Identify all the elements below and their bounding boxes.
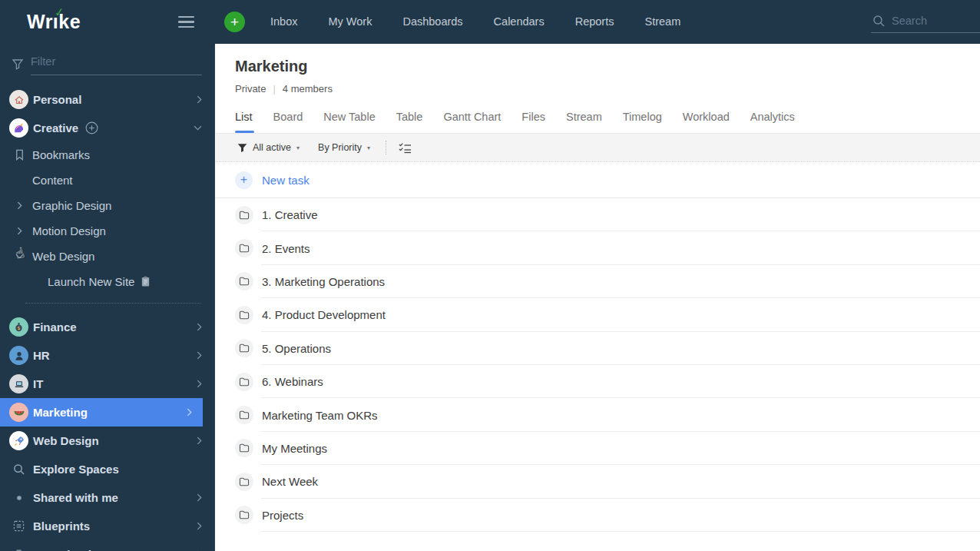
nav-reports[interactable]: Reports (560, 0, 630, 44)
watermelon-avatar (9, 403, 28, 422)
meta-divider: | (273, 83, 275, 95)
chevron-right-icon[interactable] (197, 493, 202, 502)
sidebar-item-shared-with-me[interactable]: Shared with me (0, 483, 214, 512)
tab-gantt-chart[interactable]: Gantt Chart (443, 111, 501, 133)
sidebar-item-graphic-design[interactable]: Graphic Design (0, 193, 214, 218)
logo-check-icon: ✓ (54, 5, 65, 19)
folder-icon (235, 439, 253, 457)
subtasks-toggle-button[interactable] (399, 142, 412, 154)
sidebar-divider (25, 303, 200, 304)
filter-status-button[interactable]: All active ▾ (237, 142, 300, 153)
folder-icon (235, 473, 253, 491)
svg-text:$: $ (18, 325, 21, 330)
sidebar: PersonalCreativeBookmarksContentGraphic … (0, 44, 215, 551)
house-avatar (9, 90, 28, 109)
folder-list: 1. Creative2. Events3. Marketing Operati… (216, 198, 980, 532)
view-tabs: ListBoardNew TableTableGantt ChartFilesS… (216, 111, 980, 133)
tab-stream[interactable]: Stream (566, 111, 602, 133)
chevron-right-icon[interactable] (197, 351, 202, 360)
clipboard-icon (141, 276, 151, 287)
chevron-right-icon[interactable] (197, 95, 202, 104)
chevron-right-icon[interactable] (197, 436, 202, 445)
new-task-button[interactable]: + New task (216, 162, 980, 198)
rocket-avatar (9, 431, 28, 450)
members-count[interactable]: 4 members (283, 83, 333, 95)
chevron-down-icon[interactable] (194, 125, 202, 131)
folder-row[interactable]: 6. Webinars (216, 365, 980, 398)
chevron-right-icon[interactable] (197, 380, 202, 388)
privacy-label: Private (235, 83, 266, 95)
sidebar-filter-input[interactable] (31, 54, 202, 75)
folder-row[interactable]: Marketing Team OKRs (216, 398, 980, 431)
chevron-right-icon[interactable] (17, 227, 22, 235)
blueprint-icon (13, 520, 25, 532)
folder-row[interactable]: Next Week (216, 465, 980, 498)
top-navigation: InboxMy WorkDashboardsCalendarsReportsSt… (255, 0, 696, 44)
add-project-icon[interactable] (85, 121, 98, 134)
chevron-right-icon[interactable] (197, 323, 202, 331)
chevron-right-icon[interactable] (187, 408, 192, 417)
plus-icon: + (235, 171, 253, 189)
folder-icon (235, 506, 253, 524)
unicorn-avatar (9, 118, 28, 138)
person-avatar (9, 346, 28, 365)
chevron-right-icon[interactable] (197, 522, 202, 530)
laptop-avatar (9, 374, 28, 393)
sidebar-item-hr[interactable]: HR (0, 341, 214, 370)
sidebar-item-finance[interactable]: $Finance (0, 313, 214, 341)
wrike-logo[interactable]: Wrıke✓ (27, 11, 81, 33)
folder-row[interactable]: 4. Product Development (216, 298, 980, 331)
tab-table[interactable]: Table (396, 111, 423, 133)
chevron-down-icon[interactable] (15, 254, 24, 259)
folder-icon (235, 206, 253, 224)
sidebar-item-blueprints[interactable]: Blueprints (0, 512, 214, 540)
sidebar-item-web-design[interactable]: Web Design (0, 427, 214, 455)
tab-workload[interactable]: Workload (683, 111, 730, 133)
folder-icon (235, 239, 253, 257)
nav-dashboards[interactable]: Dashboards (387, 0, 478, 44)
folder-icon (235, 272, 253, 290)
folder-row[interactable]: 5. Operations (216, 332, 980, 365)
sidebar-item-launch-new-site[interactable]: Launch New Site (0, 269, 214, 294)
sidebar-item-creative[interactable]: Creative (0, 114, 214, 142)
tab-new-table[interactable]: New Table (323, 111, 375, 133)
folder-row[interactable]: 1. Creative (216, 198, 980, 231)
dot-icon (14, 493, 25, 503)
checklist-icon (399, 142, 412, 154)
folder-row[interactable]: My Meetings (216, 432, 980, 465)
sidebar-item-bookmarks[interactable]: Bookmarks (0, 142, 214, 168)
caret-down-icon: ▾ (367, 144, 370, 151)
search-input[interactable] (892, 15, 968, 27)
tab-timelog[interactable]: Timelog (623, 111, 662, 133)
tab-list[interactable]: List (235, 111, 253, 133)
sidebar-item-recycle-bin[interactable]: Recycle Bin (0, 540, 214, 551)
chevron-right-icon[interactable] (17, 201, 22, 210)
nav-my-work[interactable]: My Work (313, 0, 387, 44)
topbar: Wrıke✓ + InboxMy WorkDashboardsCalendars… (0, 0, 980, 44)
tab-analytics[interactable]: Analytics (750, 111, 795, 133)
sidebar-item-explore-spaces[interactable]: Explore Spaces (0, 455, 214, 483)
nav-stream[interactable]: Stream (629, 0, 696, 44)
tab-files[interactable]: Files (521, 111, 545, 133)
hamburger-menu-icon[interactable] (178, 13, 194, 32)
search-icon (872, 15, 885, 27)
folder-row[interactable]: 2. Events (216, 231, 980, 264)
create-new-button[interactable]: + (224, 12, 245, 32)
sidebar-item-it[interactable]: IT (0, 370, 214, 398)
sidebar-item-motion-design[interactable]: Motion Design (0, 218, 214, 244)
sidebar-item-web-design[interactable]: Web Design (0, 244, 214, 269)
sidebar-item-marketing[interactable]: Marketing (0, 398, 203, 427)
sidebar-item-personal[interactable]: Personal (0, 85, 214, 114)
folder-row[interactable]: 3. Marketing Operations (216, 265, 980, 298)
page-meta: Private | 4 members (235, 83, 980, 95)
search-box[interactable] (871, 12, 980, 33)
folder-icon (235, 306, 253, 324)
list-toolbar: All active ▾ By Priority ▾ (216, 133, 980, 162)
nav-inbox[interactable]: Inbox (255, 0, 313, 44)
sidebar-items: PersonalCreativeBookmarksContentGraphic … (0, 80, 214, 551)
sidebar-item-content[interactable]: Content (0, 168, 214, 193)
folder-row[interactable]: Projects (216, 499, 980, 532)
tab-board[interactable]: Board (273, 111, 303, 133)
group-by-button[interactable]: By Priority ▾ (318, 142, 370, 153)
nav-calendars[interactable]: Calendars (478, 0, 560, 44)
